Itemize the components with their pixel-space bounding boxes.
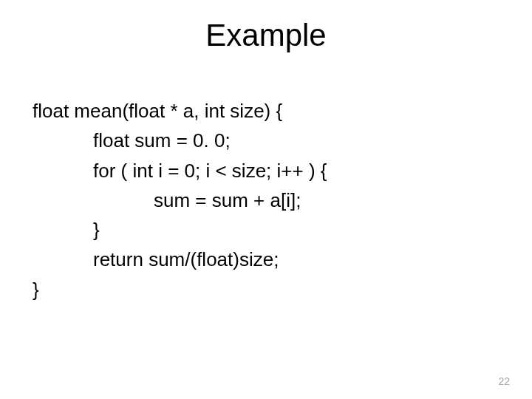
code-line: } (33, 275, 532, 304)
slide-title: Example (0, 18, 532, 53)
slide-container: Example float mean(float * a, int size) … (0, 0, 532, 399)
code-line: float sum = 0. 0; (33, 126, 532, 155)
page-number: 22 (498, 375, 510, 387)
code-line: return sum/(float)size; (33, 245, 532, 274)
code-line: } (33, 215, 532, 245)
code-line: float mean(float * a, int size) { (33, 96, 532, 126)
code-line: for ( int i = 0; i < size; i++ ) { (33, 156, 532, 185)
code-line: sum = sum + a[i]; (33, 185, 532, 215)
code-example: float mean(float * a, int size) { float … (0, 96, 532, 304)
